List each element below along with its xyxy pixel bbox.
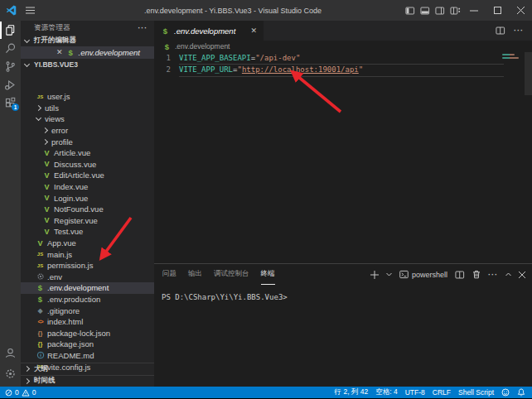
open-editor-item-env-development[interactable]: ✕ $ .env.development	[21, 46, 154, 59]
activity-source-control[interactable]	[0, 58, 21, 75]
vscode-logo-icon	[6, 5, 17, 16]
close-panel-icon[interactable]	[519, 272, 525, 278]
tree-item-package-lock.json[interactable]: {}package-lock.json	[21, 327, 154, 339]
tree-item-.gitignore[interactable]: ◆.gitignore	[21, 305, 154, 316]
toggle-secondary-sidebar-icon[interactable]	[433, 0, 447, 21]
sidebar-bottom-sections: 大纲时间线	[21, 363, 154, 387]
activity-account[interactable]	[0, 343, 21, 363]
code-area[interactable]: 1VITE_APP_BASEAPI="/api-dev"2VITE_APP_UR…	[154, 52, 532, 263]
panel-tab-item[interactable]: 问题	[162, 264, 177, 285]
tree-item-user.js[interactable]: JSuser.js	[21, 91, 154, 103]
tree-item-index.html[interactable]: <>index.html	[21, 316, 154, 328]
file-label: .env	[47, 272, 62, 281]
terminal-output[interactable]: PS D:\CSharp\Yi\Yi.BBS.Vue3>	[154, 285, 532, 301]
tree-item-package.json[interactable]: {}package.json	[21, 339, 154, 350]
activity-settings[interactable]	[0, 363, 21, 383]
tree-item-Article.vue[interactable]: VArticle.vue	[21, 147, 154, 159]
error-count: 0	[15, 388, 19, 397]
minimize-button[interactable]	[462, 0, 486, 21]
editor-group: $ .env.development ✕ ··· $ .env.developm…	[154, 21, 532, 263]
settings-icon	[4, 368, 17, 380]
warning-count: 0	[32, 388, 36, 397]
editor-more-actions-icon[interactable]: ···	[514, 26, 524, 35]
maximize-panel-icon[interactable]	[505, 272, 511, 276]
sidebar-more-actions-icon[interactable]: ···	[138, 24, 148, 32]
split-editor-icon[interactable]	[496, 26, 505, 36]
activity-extensions[interactable]: 1	[0, 94, 21, 112]
status-item-1[interactable]: 空格: 4	[375, 387, 397, 397]
tree-item-main.js[interactable]: JSmain.js	[21, 248, 154, 260]
tab-env-development[interactable]: $ .env.development ✕	[154, 21, 264, 41]
code-line-1[interactable]: 1VITE_APP_BASEAPI="/api-dev"	[154, 52, 532, 64]
vue-file-icon: V	[42, 216, 51, 225]
tree-item-profile[interactable]: profile	[21, 136, 154, 147]
account-icon	[4, 347, 17, 359]
toggle-panel-icon[interactable]	[418, 0, 432, 21]
status-item-2[interactable]: UTF-8	[405, 388, 425, 397]
status-item-3[interactable]: CRLF	[433, 388, 451, 397]
tree-item-Discuss.vue[interactable]: VDiscuss.vue	[21, 159, 154, 171]
activity-run-debug[interactable]	[0, 76, 21, 94]
tree-item-utils[interactable]: utils	[21, 103, 154, 114]
tree-item-views[interactable]: views	[21, 113, 154, 125]
chevron-right-icon	[24, 378, 30, 384]
vue-file-icon: V	[42, 182, 51, 191]
toggle-sidebar-icon[interactable]	[404, 0, 417, 21]
activity-search[interactable]	[0, 40, 21, 57]
json-file-icon: {}	[36, 339, 45, 349]
close-editor-icon[interactable]: ✕	[56, 49, 63, 56]
problems-status[interactable]: 0 0	[0, 388, 36, 397]
terminal-shell-chip[interactable]: powershell	[399, 270, 447, 279]
tree-item-App.vue[interactable]: VApp.vue	[21, 238, 154, 249]
feedback-smiley-icon[interactable]	[501, 388, 510, 397]
tree-item-EditArticle.vue[interactable]: VEditArticle.vue	[21, 170, 154, 181]
maximize-button[interactable]	[486, 0, 509, 21]
file-label: NotFound.vue	[54, 204, 104, 214]
tree-item-error[interactable]: error	[21, 125, 154, 137]
panel-more-actions-icon[interactable]: ···	[488, 271, 498, 279]
split-terminal-icon[interactable]	[455, 270, 465, 280]
title-bar: .env.development - Yi.BBS.Vue3 - Visual …	[0, 0, 532, 21]
line-number: 2	[154, 65, 171, 74]
open-editor-label: .env.development	[79, 48, 140, 57]
breadcrumb[interactable]: $ .env.development	[154, 41, 532, 52]
tree-item-Register.vue[interactable]: VRegister.vue	[21, 215, 154, 227]
kill-terminal-icon[interactable]	[472, 270, 481, 279]
tree-item-.env.development[interactable]: $.env.development	[21, 282, 154, 294]
tree-item-permission.js[interactable]: JSpermission.js	[21, 260, 154, 272]
powershell-icon	[399, 270, 409, 279]
sidebar-section-0[interactable]: 大纲	[21, 363, 154, 375]
tree-item-Index.vue[interactable]: VIndex.vue	[21, 181, 154, 193]
shell-file-icon: $	[162, 42, 172, 51]
activity-explorer[interactable]	[0, 22, 21, 39]
tree-item-.env.production[interactable]: $.env.production	[21, 294, 154, 305]
notifications-bell-icon[interactable]	[517, 388, 525, 397]
vue-file-icon: V	[42, 148, 51, 157]
tree-item-Login.vue[interactable]: VLogin.vue	[21, 192, 154, 204]
code-line-2[interactable]: 2VITE_APP_URL="http://localhost:19001/ap…	[154, 64, 532, 75]
sidebar-section-1[interactable]: 时间线	[21, 375, 154, 387]
file-label: user.js	[47, 92, 70, 101]
tree-item-.env[interactable]: .env	[21, 272, 154, 283]
open-editors-section[interactable]: 打开的编辑器	[21, 35, 154, 46]
panel-tab-terminal-active[interactable]: 终端	[261, 264, 275, 285]
file-label: README.md	[47, 351, 94, 360]
panel-tab-item[interactable]: 输出	[188, 264, 202, 285]
tab-close-icon[interactable]: ✕	[250, 26, 257, 35]
tree-item-README.md[interactable]: README.md	[21, 350, 154, 362]
vue-file-icon: V	[42, 227, 51, 236]
new-terminal-icon[interactable]	[370, 271, 379, 279]
terminal-dropdown-icon[interactable]	[386, 272, 392, 276]
customize-layout-icon[interactable]	[448, 0, 462, 21]
file-label: index.html	[47, 317, 83, 326]
panel-tab-item[interactable]: 调试控制台	[214, 264, 249, 285]
token-string: "	[359, 65, 363, 74]
status-item-0[interactable]: 行 2, 列 42	[335, 387, 369, 397]
tree-item-Test.vue[interactable]: VTest.vue	[21, 226, 154, 238]
status-item-4[interactable]: Shell Script	[458, 388, 494, 397]
file-label: utils	[45, 103, 59, 113]
tree-item-NotFound.vue[interactable]: VNotFound.vue	[21, 204, 154, 215]
project-root-section[interactable]: YI.BBS.VUE3	[21, 59, 154, 70]
close-button[interactable]	[509, 0, 532, 21]
menu-hamburger-icon[interactable]	[26, 7, 35, 14]
